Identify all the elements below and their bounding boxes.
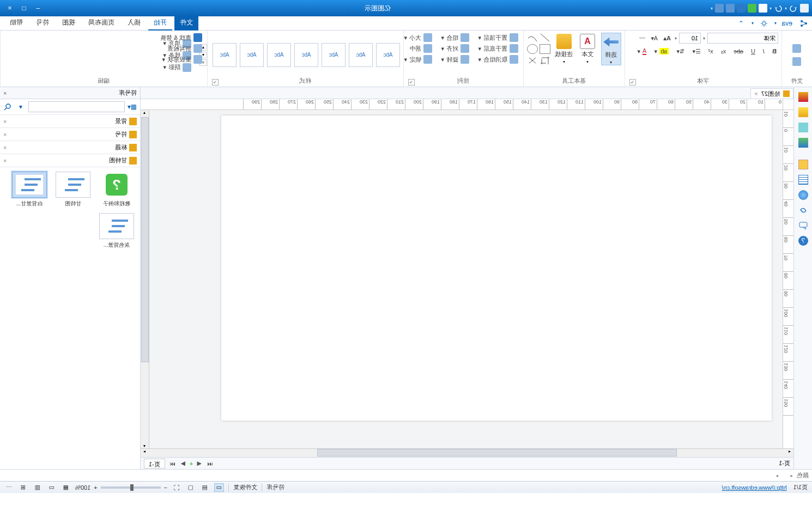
status-url[interactable]: http://www.edrawsoft.cn/ [722,484,786,491]
preview-icon[interactable] [715,4,724,13]
scroll-up[interactable]: ▴ [141,110,149,115]
bring-front-button[interactable]: 置于顶层▾ [476,33,520,42]
tab-symbol[interactable]: 符号 [31,16,54,31]
lt-web[interactable] [797,188,810,202]
copy-button[interactable] [791,57,803,66]
page-add-button[interactable]: + [190,460,193,467]
rpanel-search-input[interactable] [28,101,125,112]
strike-button[interactable]: abc [732,47,745,55]
scrollbar-horizontal[interactable]: ◂ ▸ [141,448,793,457]
shape-arc[interactable] [527,33,538,42]
rpanel-cat-title[interactable]: 标题× [0,141,140,154]
rpanel-search-dropdown[interactable]: ▾ [15,101,26,112]
text-tool[interactable]: 文本▾ [577,33,597,64]
rpanel-cat-symbol[interactable]: 符号× [0,128,140,141]
close-button[interactable]: × [3,3,16,14]
doc-tab-active[interactable]: 绘图27 × [750,88,793,99]
style-preset-7[interactable]: Abc [213,43,237,67]
italic-button[interactable]: I [761,47,766,55]
lock-button[interactable]: 锁定▾ [402,54,434,64]
rpanel-close[interactable]: × [3,90,7,96]
font-size-dropdown[interactable]: ▾ [675,36,677,41]
shape-line[interactable] [540,33,550,42]
tab-insert[interactable]: 插入 [122,16,146,31]
cat-close[interactable]: × [3,144,7,151]
quickaccess-dropdown[interactable]: ▾ [711,6,713,11]
color-nav-left[interactable]: ◂ [790,473,793,478]
style-preset-4[interactable]: Abc [294,43,318,67]
lt-page[interactable] [797,158,810,171]
font-name-input[interactable] [707,33,778,44]
status-filerecover[interactable]: 文件恢复 [228,483,257,491]
shape-rect[interactable] [540,44,550,54]
collapse-ribbon-icon[interactable]: ⌃ [736,19,746,28]
redo-dropdown[interactable]: ▾ [769,6,772,11]
page-nav-next[interactable]: ▶ [180,460,186,467]
cloud-icon[interactable] [748,4,756,13]
doc-tab-close[interactable]: × [754,90,758,97]
view-reading-button[interactable]: ▤ [200,483,210,492]
shape-crop[interactable] [540,56,550,65]
lt-fill[interactable] [797,121,810,134]
rpanel-thumb[interactable]: 灰色背景... [98,213,136,249]
ruler-vertical[interactable]: 100102030405060708090100110120130140150 [783,110,793,448]
view-guides-button[interactable]: ▥ [33,483,43,492]
zoom-slider[interactable] [101,486,161,489]
view-more-button[interactable]: ⋯ [4,483,14,492]
lt-help[interactable]: ? [797,234,810,247]
cat-close[interactable]: × [3,157,7,164]
share-icon[interactable] [798,19,808,28]
zoom-handle[interactable] [130,484,134,491]
lt-image[interactable] [797,136,810,149]
rpanel-cat-gantt[interactable]: 甘特图× [0,154,140,167]
page-nav-last[interactable]: ⏭ [168,460,177,467]
shape-more[interactable] [527,56,538,65]
zoom-in-button[interactable]: + [94,484,97,491]
maximize-button[interactable]: □ [17,3,31,14]
style-dialog-launcher[interactable]: ↘ [212,79,219,86]
scroll-h-thumb[interactable] [317,449,677,457]
paste-button[interactable] [791,44,803,53]
zoom-value[interactable]: 100% [75,484,90,491]
color-nav-right[interactable]: ▸ [775,473,778,478]
select-tool[interactable]: 选择▾ [601,33,621,65]
page-tab-1[interactable]: 页-1 [144,459,165,469]
send-back-button[interactable]: 置于底层▾ [476,44,520,53]
user-dropdown[interactable]: ▾ [774,21,777,26]
view-snap-button[interactable]: ⊞ [19,483,28,492]
rpanel-thumb[interactable]: ?教程和例子 [98,172,136,208]
rpanel-thumb[interactable]: 甘特图 [54,172,92,208]
new-doc-icon[interactable] [759,4,767,13]
rpanel-filter-icon[interactable]: ▦▾ [127,101,138,112]
size-button[interactable]: 大小▾ [402,33,434,42]
line-spacing-button[interactable]: ⇅▾ [675,47,686,56]
font-size-input[interactable] [679,33,701,44]
zoom-out-button[interactable]: − [164,484,167,491]
save-icon[interactable] [737,4,746,13]
font-curve-button[interactable]: 〰 [638,34,647,42]
scroll-left[interactable]: ◂ [786,449,793,457]
undo-icon[interactable] [789,4,798,13]
ruler-horizontal[interactable]: 0102030405060708090100110120130140150160… [141,99,783,110]
minimize-button[interactable]: – [32,3,45,14]
tab-start[interactable]: 开始 [148,16,172,31]
highlight-button[interactable]: ab▾ [652,47,670,56]
view-fit-button[interactable]: ⛶ [172,483,181,492]
font-color-button[interactable]: A▾ [635,47,648,56]
rotate-button[interactable]: 旋转▾ [439,54,471,64]
lt-theme[interactable] [797,90,810,104]
scroll-v-thumb[interactable] [141,117,149,362]
lt-layer[interactable] [797,106,810,119]
cat-close[interactable]: × [3,118,7,125]
undo-dropdown[interactable]: ▾ [785,6,787,11]
style-preset-3[interactable]: Abc [322,43,346,67]
center-button[interactable]: 居中 [408,44,434,53]
underline-button[interactable]: U [749,47,757,55]
font-grow-button[interactable]: A▴ [662,34,672,42]
connector-tool[interactable]: 连接线▾ [554,33,574,64]
scrollbar-vertical[interactable]: ▴ ▾ [141,110,149,448]
rpanel-thumb[interactable]: 白背景甘... [10,172,49,208]
lt-list[interactable] [797,173,810,186]
lt-attach[interactable] [797,204,810,217]
view-fullscreen-button[interactable]: ▢ [186,483,196,492]
